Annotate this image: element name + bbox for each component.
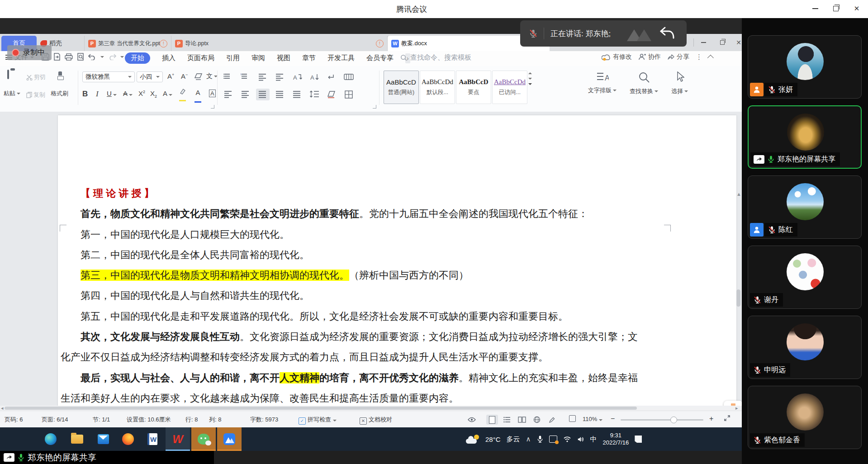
paste-icon[interactable]: [7, 71, 9, 79]
select-button[interactable]: 选择: [671, 71, 688, 95]
menu-tab-视图[interactable]: 视图: [277, 54, 290, 62]
show-marks-button[interactable]: [325, 71, 338, 83]
menu-tab-开发工具[interactable]: 开发工具: [327, 54, 355, 62]
volume-icon[interactable]: [577, 436, 584, 443]
export-icon[interactable]: [53, 53, 61, 61]
double-page-icon[interactable]: [516, 415, 528, 425]
taskbar-edge[interactable]: [38, 427, 63, 451]
minimize-button[interactable]: [806, 2, 824, 15]
more-options-button[interactable]: ⋮: [696, 53, 703, 61]
modified-status-button[interactable]: 有修改: [602, 53, 632, 61]
command-search[interactable]: 查找命令、搜索模板: [400, 53, 471, 62]
participant-tile-2[interactable]: 郑东艳的屏幕共享: [748, 105, 862, 169]
clock[interactable]: 9:31 2022/7/16: [603, 432, 629, 446]
menu-tab-插入[interactable]: 插入: [162, 54, 175, 62]
clear-format-icon[interactable]: [194, 73, 202, 80]
zoom-value[interactable]: 110%: [583, 416, 602, 422]
superscript-button[interactable]: X2: [138, 90, 145, 97]
close-button[interactable]: ✕: [848, 2, 866, 15]
align-center-button[interactable]: [239, 89, 252, 100]
styles-scroll[interactable]: [528, 72, 532, 85]
status-field-7[interactable]: 字数: 5973: [250, 416, 278, 424]
action-center-icon[interactable]: [635, 436, 642, 443]
zoom-out-button[interactable]: −: [611, 415, 615, 423]
menu-tab-开始[interactable]: 开始: [125, 52, 150, 64]
taskbar-wechat[interactable]: [191, 427, 216, 451]
menu-tab-引用[interactable]: 引用: [226, 54, 240, 62]
weather-temp[interactable]: 28°C: [485, 436, 501, 443]
sort-button[interactable]: A: [308, 71, 321, 83]
participant-tile-4[interactable]: 谢丹: [748, 246, 862, 309]
style-chip-1[interactable]: AaBbCcD普通(网站): [384, 71, 419, 104]
collaborate-button[interactable]: 协作: [638, 53, 661, 61]
sharing-tray-icon[interactable]: [549, 436, 557, 443]
weather-icon[interactable]: [466, 435, 479, 444]
chevron-down-icon[interactable]: [120, 56, 124, 58]
menu-tab-审阅[interactable]: 审阅: [251, 54, 265, 62]
pinyin-guide-icon[interactable]: 文: [206, 72, 218, 80]
menu-tab-会员专享[interactable]: 会员专享: [366, 54, 394, 62]
borders-button[interactable]: [342, 89, 356, 100]
distribute-button[interactable]: [290, 89, 304, 100]
undo-icon[interactable]: [88, 53, 96, 60]
web-layout-icon[interactable]: [531, 415, 543, 425]
font-color-button[interactable]: A: [194, 89, 201, 104]
horizontal-scrollbar[interactable]: ◂ ▸: [0, 406, 742, 411]
align-left-button[interactable]: [222, 89, 235, 100]
style-chip-4[interactable]: AaBbCcDd已访问...: [492, 71, 527, 104]
character-shading-button[interactable]: A: [209, 90, 216, 97]
document-tab-4[interactable]: P导论.pptx!: [171, 36, 388, 51]
redo-icon[interactable]: [108, 53, 116, 60]
style-chip-2[interactable]: AaBbCcDd默认段...: [420, 71, 455, 104]
vertical-scrollbar[interactable]: ▲ ▲ ▼: [735, 191, 741, 406]
increase-font-icon[interactable]: A+: [167, 72, 174, 80]
zoom-in-button[interactable]: +: [709, 415, 713, 423]
scroll-up-icon[interactable]: ▲: [736, 191, 741, 197]
bullet-list-button[interactable]: [222, 71, 235, 83]
justify-button[interactable]: [273, 89, 287, 100]
align-right-button[interactable]: [256, 89, 270, 100]
underline-button[interactable]: U: [107, 90, 117, 97]
ime-indicator[interactable]: 中: [590, 435, 597, 444]
participant-tile-5[interactable]: 申明远: [748, 316, 862, 379]
find-replace-button[interactable]: 查找替换: [630, 71, 658, 95]
taskbar-windows-start[interactable]: [14, 427, 38, 451]
print-preview-icon[interactable]: [77, 53, 84, 61]
collapse-ribbon-button[interactable]: [707, 55, 714, 61]
taskbar-wps[interactable]: W: [166, 427, 190, 451]
participant-tile-6[interactable]: 紫色郁金香: [748, 386, 862, 449]
document-tab-3[interactable]: P第三章 当代世界文化.pptx!: [85, 36, 171, 51]
hidden-icons-chevron[interactable]: ∧: [526, 435, 531, 443]
print-icon[interactable]: [65, 53, 73, 61]
back-arrow-icon[interactable]: [659, 26, 675, 39]
decrease-font-icon[interactable]: A−: [181, 72, 188, 80]
paste-button[interactable]: 粘贴: [4, 90, 20, 98]
font-name-select[interactable]: 微软雅黑: [82, 71, 135, 82]
outline-view-icon[interactable]: [501, 415, 513, 425]
fullscreen-icon[interactable]: [724, 415, 730, 421]
status-field-5[interactable]: 行: 8: [185, 416, 198, 424]
wps-restore-button[interactable]: [716, 37, 729, 48]
weather-desc[interactable]: 多云: [507, 435, 520, 444]
zoom-slider-knob[interactable]: [670, 417, 677, 423]
text-tools-button[interactable]: [342, 71, 356, 83]
read-eye-icon[interactable]: [466, 415, 478, 425]
zoom-slider-track[interactable]: [621, 419, 703, 421]
strikethrough-button[interactable]: A: [123, 90, 133, 97]
status-field-4[interactable]: 设置值: 10.6厘米: [127, 416, 171, 424]
status-field-3[interactable]: 节: 1/1: [93, 416, 110, 424]
text-effects-button[interactable]: A: [163, 90, 172, 97]
menu-tab-页面布局[interactable]: 页面布局: [187, 54, 214, 62]
style-chip-3[interactable]: AaBbCcD要点: [456, 71, 491, 104]
taskbar-firefox[interactable]: [116, 427, 140, 451]
status-field-2[interactable]: 页面: 6/14: [42, 416, 68, 424]
taskbar-tencent-meeting[interactable]: [217, 427, 242, 451]
bold-button[interactable]: B: [82, 90, 88, 99]
copy-button[interactable]: 复制: [26, 91, 45, 99]
text-layout-button[interactable]: A 文字排版: [588, 71, 617, 95]
chevron-down-icon[interactable]: [100, 56, 104, 58]
taskbar-word[interactable]: W: [140, 427, 165, 451]
participant-tile-1[interactable]: 张妍: [748, 35, 862, 99]
restore-button[interactable]: [827, 2, 845, 15]
scrollbar-thumb[interactable]: [736, 289, 740, 307]
